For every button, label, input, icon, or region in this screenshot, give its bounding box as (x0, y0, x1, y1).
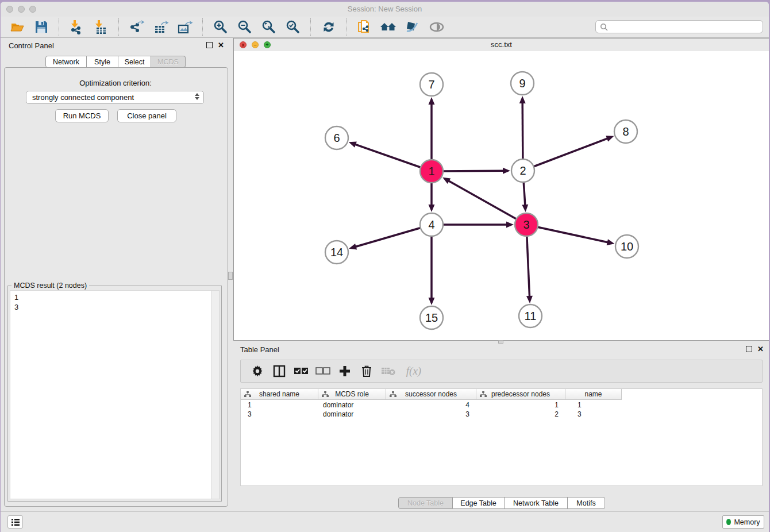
control-panel-tabs: Network Style Select MCDS (45, 56, 186, 68)
toggle-labels-button[interactable] (404, 18, 421, 36)
export-network-button[interactable] (128, 18, 145, 36)
export-table-button[interactable] (152, 18, 170, 36)
open-session-button[interactable] (9, 18, 26, 36)
show-graphics-details-button[interactable] (428, 18, 445, 36)
toolbar-separator (346, 18, 347, 36)
tab-edge-table[interactable]: Edge Table (453, 497, 505, 509)
column-header-predecessor-nodes[interactable]: predecessor nodes (476, 389, 565, 400)
node-table[interactable]: shared nameMCDS rolesuccessor nodesprede… (240, 388, 763, 486)
table-cell[interactable]: dominator (318, 410, 386, 418)
table-cell[interactable]: 3 (241, 410, 318, 418)
graph-node-label: 2 (519, 164, 526, 177)
trash-icon (361, 365, 372, 377)
graph-edge[interactable] (526, 225, 609, 242)
network-canvas-svg[interactable]: 1234678910111415 (234, 51, 769, 340)
table-cell[interactable]: 3 (386, 410, 476, 418)
result-line: 3 (14, 302, 18, 312)
zoom-in-button[interactable] (212, 18, 229, 36)
zoom-out-button[interactable] (236, 18, 253, 36)
table-settings-button[interactable] (249, 364, 265, 379)
result-line: 1 (14, 292, 18, 302)
column-header-name[interactable]: name (565, 389, 622, 400)
function-builder-button[interactable]: f(x) (402, 364, 425, 379)
graph-node-label: 4 (428, 218, 434, 231)
graph-edge[interactable] (355, 144, 432, 171)
control-panel-title: Control Panel (9, 41, 54, 50)
search-input[interactable] (610, 22, 763, 32)
tab-style[interactable]: Style (87, 56, 118, 68)
select-stepper-icon (195, 93, 199, 100)
graph-edge-arrowhead (429, 205, 435, 212)
export-image-button[interactable] (176, 18, 194, 36)
table-row[interactable]: 1dominator411 (241, 400, 762, 410)
graph-node-label: 11 (525, 310, 537, 322)
table-cell[interactable]: dominator (318, 401, 386, 409)
optimization-criterion-label: Optimization criterion: (1, 79, 230, 87)
select-all-button[interactable] (293, 364, 309, 379)
delete-row-button[interactable] (359, 364, 375, 379)
tab-motifs[interactable]: Motifs (568, 497, 605, 509)
table-cell[interactable]: 3 (565, 410, 622, 418)
table-row[interactable]: 3dominator323 (241, 410, 762, 419)
column-header-label: shared name (259, 390, 299, 398)
zoom-fit-button[interactable] (260, 18, 278, 36)
zoom-in-icon (213, 19, 229, 35)
mcds-result-title: MCDS result (2 nodes) (11, 282, 89, 290)
column-header-successor-nodes[interactable]: successor nodes (386, 389, 476, 400)
app-window: Session: New Session Control Panel ✕ (1, 2, 769, 532)
show-home-panel-button[interactable] (380, 18, 397, 36)
import-network-button[interactable] (68, 18, 86, 36)
mcds-result-textarea[interactable]: 13 (10, 290, 220, 499)
graph-edge[interactable] (523, 138, 608, 171)
run-mcds-button[interactable]: Run MCDS (55, 109, 109, 122)
vertical-splitter-handle[interactable] (228, 272, 233, 280)
graph-node-label: 8 (622, 125, 629, 138)
optimization-criterion-select[interactable]: strongly connected component (26, 91, 204, 104)
tab-select[interactable]: Select (118, 56, 151, 68)
import-table-button[interactable] (93, 18, 110, 36)
delete-table-button[interactable] (380, 364, 396, 379)
float-panel-icon[interactable] (206, 42, 213, 48)
tab-network[interactable]: Network (45, 56, 87, 68)
table-cell[interactable]: 1 (565, 401, 622, 409)
column-header-shared-name[interactable]: shared name (241, 389, 318, 400)
floppy-icon (34, 20, 48, 34)
column-header-label: successor nodes (405, 390, 457, 398)
task-history-button[interactable] (7, 515, 23, 529)
column-header-MCDS-role[interactable]: MCDS role (318, 389, 386, 400)
tab-node-table[interactable]: Node Table (398, 497, 453, 509)
table-cell[interactable]: 4 (386, 401, 476, 409)
close-panel-button[interactable]: Close panel (117, 109, 176, 122)
zoom-selected-button[interactable] (284, 18, 302, 36)
toolbar-separator (202, 18, 203, 36)
deselect-all-button[interactable] (315, 364, 331, 379)
column-header-label: MCDS role (335, 390, 369, 398)
graph-node-label: 10 (621, 240, 633, 253)
graph-node-label: 9 (519, 77, 525, 90)
export-table-icon (153, 19, 169, 35)
table-cell[interactable]: 2 (476, 410, 565, 418)
search-box[interactable] (595, 20, 763, 33)
float-panel-icon[interactable] (746, 346, 752, 352)
save-session-button[interactable] (33, 18, 50, 36)
graph-edge[interactable] (448, 180, 526, 225)
graph-node-label: 14 (330, 246, 343, 259)
memory-label: Memory (734, 518, 760, 526)
apply-layout-button[interactable] (320, 18, 337, 36)
toggle-column-view-button[interactable] (271, 364, 287, 379)
close-panel-icon[interactable]: ✕ (218, 43, 224, 48)
mcds-result-groupbox: MCDS result (2 nodes) 13 (7, 286, 222, 502)
result-scrollbar[interactable] (211, 291, 219, 499)
graph-node-label: 1 (428, 165, 434, 178)
close-panel-icon[interactable]: ✕ (757, 346, 764, 352)
network-frame-titlebar[interactable]: x – + scc.txt (234, 38, 769, 52)
add-row-button[interactable] (337, 364, 353, 379)
table-body: 1dominator4113dominator323 (241, 400, 762, 419)
table-cell[interactable]: 1 (476, 401, 565, 409)
houses-icon (380, 20, 397, 34)
tab-network-table[interactable]: Network Table (505, 497, 568, 509)
table-cell[interactable]: 1 (241, 401, 318, 409)
new-network-from-selection-button[interactable] (356, 18, 373, 36)
memory-button[interactable]: Memory (722, 515, 764, 529)
tab-mcds[interactable]: MCDS (151, 56, 186, 68)
